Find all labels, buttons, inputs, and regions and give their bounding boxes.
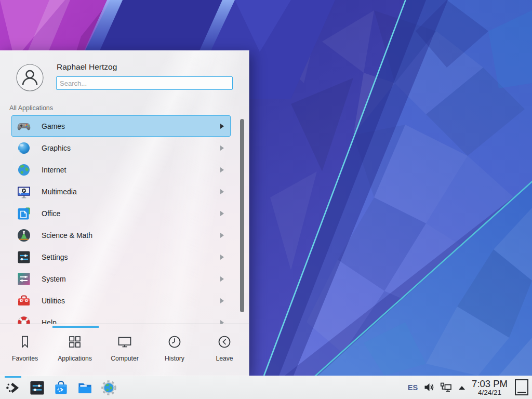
volume-icon[interactable] (423, 382, 434, 393)
menu-item-settings[interactable]: Settings (11, 246, 231, 268)
tab-history[interactable]: History (150, 324, 200, 376)
dark-sliders-icon (29, 380, 45, 396)
tab-leave[interactable]: Leave (200, 324, 249, 376)
tab-label: Applications (58, 355, 92, 362)
menu-item-utilities[interactable]: Utilities (11, 290, 231, 311)
web-services-button[interactable] (100, 376, 117, 399)
tab-label: Computer (111, 355, 139, 362)
clock-date: 4/24/21 (472, 389, 508, 396)
launcher-tab-bar: Favorites Applications Computer History (0, 324, 249, 376)
submenu-arrow-icon (220, 276, 224, 282)
file-manager-button[interactable] (76, 376, 93, 399)
submenu-arrow-icon (220, 145, 224, 151)
toolbox-icon (17, 294, 31, 308)
gamepad-icon (17, 119, 31, 134)
user-avatar-icon (16, 64, 44, 91)
globe-icon (17, 163, 31, 177)
globe-gear-icon (101, 380, 117, 396)
leave-icon (217, 334, 232, 352)
submenu-arrow-icon (220, 255, 224, 260)
menu-item-label: Games (42, 122, 65, 130)
expand-tray-arrow-icon[interactable] (458, 384, 466, 391)
sliders-gradient-icon (17, 272, 31, 286)
section-header: All Applications (9, 104, 53, 112)
tab-favorites[interactable]: Favorites (0, 324, 50, 376)
menu-item-graphics[interactable]: Graphics (11, 137, 231, 158)
kali-bag-icon (53, 380, 69, 396)
bookmark-icon (17, 334, 33, 352)
menu-item-office[interactable]: Office (11, 203, 231, 224)
menu-item-label: Settings (42, 253, 68, 261)
clock-icon (167, 334, 182, 352)
blue-folder-icon (77, 380, 93, 396)
system-tray: ES 7:03 PM 4/24/21 (408, 379, 532, 396)
menu-item-multimedia[interactable]: Multimedia (11, 181, 231, 202)
lifebuoy-icon (17, 315, 31, 324)
menu-item-label: Graphics (42, 144, 71, 152)
submenu-arrow-icon (220, 320, 224, 324)
tab-applications[interactable]: Applications (50, 324, 100, 376)
submenu-arrow-icon (220, 298, 224, 303)
digital-clock[interactable]: 7:03 PM 4/24/21 (472, 379, 508, 396)
grid-icon (67, 334, 83, 352)
menu-item-label: Internet (42, 166, 66, 174)
settings-app-button[interactable] (29, 376, 45, 399)
user-name: Raphael Hertzog (57, 62, 117, 72)
menu-item-label: Office (42, 209, 60, 218)
clock-time: 7:03 PM (472, 379, 508, 389)
submenu-arrow-icon (220, 124, 224, 129)
taskbar: ES 7:03 PM 4/24/21 (0, 376, 532, 399)
menu-item-label: Help (42, 318, 57, 324)
menu-item-label: Science & Math (42, 231, 92, 240)
menu-item-label: System (42, 275, 66, 283)
menu-item-label: Multimedia (42, 188, 77, 196)
taskbar-pinned-apps (0, 376, 117, 399)
submenu-arrow-icon (220, 167, 224, 172)
menu-item-science-math[interactable]: Science & Math (11, 224, 231, 246)
application-category-list: Games Graphics Internet (0, 115, 249, 324)
menu-item-internet[interactable]: Internet (11, 159, 231, 180)
search-input[interactable] (56, 76, 233, 90)
blue-sphere-icon (17, 141, 31, 155)
application-launcher-menu: Raphael Hertzog All Applications Games (0, 50, 249, 376)
list-scrollbar[interactable] (240, 119, 244, 312)
monitor-icon (117, 334, 132, 352)
submenu-arrow-icon (220, 211, 224, 216)
monitor-play-icon (17, 184, 31, 199)
keyboard-layout-indicator[interactable]: ES (408, 383, 418, 392)
show-desktop-button[interactable] (515, 379, 528, 395)
user-avatar[interactable] (16, 64, 44, 91)
document-icon (17, 206, 31, 221)
submenu-arrow-icon (220, 189, 224, 194)
flask-icon (17, 228, 31, 243)
tab-computer[interactable]: Computer (100, 324, 150, 376)
menu-item-label: Utilities (42, 297, 65, 305)
submenu-arrow-icon (220, 233, 224, 238)
tab-label: Leave (216, 355, 233, 362)
application-launcher-button[interactable] (5, 376, 21, 399)
kali-launcher-icon (5, 380, 21, 396)
wired-network-icon[interactable] (440, 382, 452, 393)
menu-item-games[interactable]: Games (11, 115, 231, 137)
software-center-button[interactable] (52, 376, 69, 399)
menu-item-system[interactable]: System (11, 268, 231, 289)
launcher-active-indicator (5, 376, 21, 378)
tab-label: History (165, 355, 184, 362)
menu-item-help[interactable]: Help (11, 312, 231, 324)
sliders-dark-icon (17, 250, 31, 264)
tab-label: Favorites (12, 355, 38, 362)
